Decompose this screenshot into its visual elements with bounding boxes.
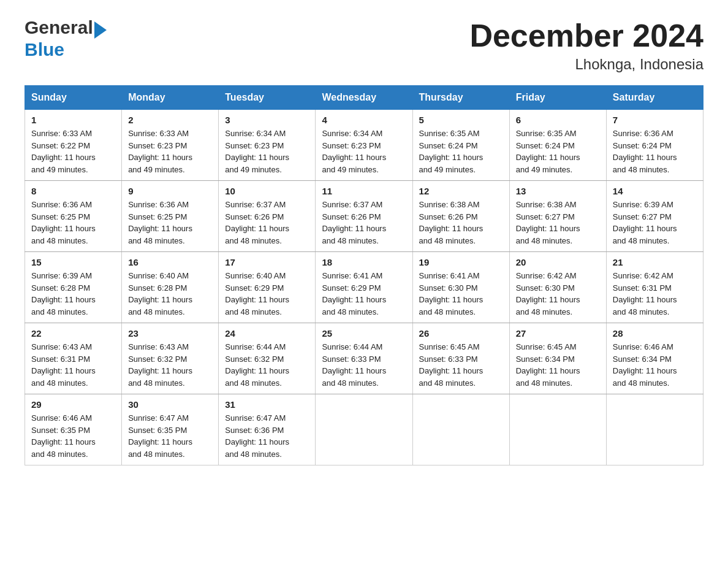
day-number: 18 (322, 257, 406, 267)
day-number: 31 (225, 399, 309, 410)
day-cell: 19Sunrise: 6:41 AMSunset: 6:30 PMDayligh… (412, 252, 509, 323)
day-number: 7 (613, 115, 697, 125)
day-number: 20 (516, 257, 600, 267)
day-cell: 30Sunrise: 6:47 AMSunset: 6:35 PMDayligh… (122, 394, 219, 465)
day-number: 3 (225, 115, 309, 125)
col-thursday: Thursday (412, 86, 509, 110)
day-cell: 11Sunrise: 6:37 AMSunset: 6:26 PMDayligh… (316, 181, 412, 252)
day-number: 16 (128, 257, 212, 267)
day-info: Sunrise: 6:35 AMSunset: 6:24 PMDaylight:… (516, 128, 600, 175)
day-cell (606, 394, 703, 465)
day-cell: 5Sunrise: 6:35 AMSunset: 6:24 PMDaylight… (412, 110, 509, 181)
day-number: 17 (225, 257, 309, 267)
day-number: 19 (419, 257, 503, 267)
day-info: Sunrise: 6:45 AMSunset: 6:34 PMDaylight:… (516, 341, 600, 389)
day-cell: 20Sunrise: 6:42 AMSunset: 6:30 PMDayligh… (509, 252, 606, 323)
col-sunday: Sunday (25, 86, 122, 110)
day-info: Sunrise: 6:47 AMSunset: 6:35 PMDaylight:… (128, 412, 212, 460)
day-cell: 27Sunrise: 6:45 AMSunset: 6:34 PMDayligh… (509, 323, 606, 394)
day-info: Sunrise: 6:36 AMSunset: 6:25 PMDaylight:… (31, 199, 115, 247)
day-info: Sunrise: 6:43 AMSunset: 6:32 PMDaylight:… (128, 341, 212, 389)
day-number: 25 (322, 328, 406, 339)
calendar-table: Sunday Monday Tuesday Wednesday Thursday… (25, 85, 703, 465)
day-info: Sunrise: 6:38 AMSunset: 6:26 PMDaylight:… (419, 199, 503, 247)
day-cell: 9Sunrise: 6:36 AMSunset: 6:25 PMDaylight… (122, 181, 219, 252)
day-info: Sunrise: 6:47 AMSunset: 6:36 PMDaylight:… (225, 412, 309, 460)
day-info: Sunrise: 6:44 AMSunset: 6:32 PMDaylight:… (225, 341, 309, 389)
day-info: Sunrise: 6:35 AMSunset: 6:24 PMDaylight:… (419, 128, 503, 175)
day-info: Sunrise: 6:39 AMSunset: 6:27 PMDaylight:… (613, 199, 697, 247)
day-info: Sunrise: 6:45 AMSunset: 6:33 PMDaylight:… (419, 341, 503, 389)
day-cell: 25Sunrise: 6:44 AMSunset: 6:33 PMDayligh… (316, 323, 412, 394)
day-cell: 10Sunrise: 6:37 AMSunset: 6:26 PMDayligh… (219, 181, 316, 252)
day-number: 4 (322, 115, 406, 125)
day-info: Sunrise: 6:46 AMSunset: 6:35 PMDaylight:… (31, 412, 115, 460)
page-header: General Blue December 2024 Lhoknga, Indo… (25, 18, 703, 73)
day-info: Sunrise: 6:36 AMSunset: 6:25 PMDaylight:… (128, 199, 212, 247)
title-block: December 2024 Lhoknga, Indonesia (469, 18, 703, 73)
day-info: Sunrise: 6:34 AMSunset: 6:23 PMDaylight:… (225, 128, 309, 175)
day-cell: 17Sunrise: 6:40 AMSunset: 6:29 PMDayligh… (219, 252, 316, 323)
day-cell: 15Sunrise: 6:39 AMSunset: 6:28 PMDayligh… (25, 252, 122, 323)
day-info: Sunrise: 6:42 AMSunset: 6:30 PMDaylight:… (516, 270, 600, 318)
day-cell: 23Sunrise: 6:43 AMSunset: 6:32 PMDayligh… (122, 323, 219, 394)
svg-marker-0 (94, 21, 107, 39)
day-cell: 16Sunrise: 6:40 AMSunset: 6:28 PMDayligh… (122, 252, 219, 323)
col-monday: Monday (122, 86, 219, 110)
day-cell: 2Sunrise: 6:33 AMSunset: 6:23 PMDaylight… (122, 110, 219, 181)
week-row-5: 29Sunrise: 6:46 AMSunset: 6:35 PMDayligh… (25, 394, 703, 465)
day-cell: 13Sunrise: 6:38 AMSunset: 6:27 PMDayligh… (509, 181, 606, 252)
day-number: 22 (31, 328, 115, 339)
week-row-3: 15Sunrise: 6:39 AMSunset: 6:28 PMDayligh… (25, 252, 703, 323)
day-info: Sunrise: 6:33 AMSunset: 6:23 PMDaylight:… (128, 128, 212, 175)
day-info: Sunrise: 6:46 AMSunset: 6:34 PMDaylight:… (613, 341, 697, 389)
day-number: 5 (419, 115, 503, 125)
day-info: Sunrise: 6:44 AMSunset: 6:33 PMDaylight:… (322, 341, 406, 389)
day-cell: 24Sunrise: 6:44 AMSunset: 6:32 PMDayligh… (219, 323, 316, 394)
day-number: 26 (419, 328, 503, 339)
day-cell: 28Sunrise: 6:46 AMSunset: 6:34 PMDayligh… (606, 323, 703, 394)
day-cell (509, 394, 606, 465)
day-info: Sunrise: 6:43 AMSunset: 6:31 PMDaylight:… (31, 341, 115, 389)
day-number: 21 (613, 257, 697, 267)
day-number: 27 (516, 328, 600, 339)
day-number: 30 (128, 399, 212, 410)
col-friday: Friday (509, 86, 606, 110)
logo: General Blue (25, 18, 108, 59)
day-info: Sunrise: 6:34 AMSunset: 6:23 PMDaylight:… (322, 128, 406, 175)
day-cell: 3Sunrise: 6:34 AMSunset: 6:23 PMDaylight… (219, 110, 316, 181)
day-number: 11 (322, 186, 406, 196)
logo-general-text: General (25, 17, 93, 37)
week-row-1: 1Sunrise: 6:33 AMSunset: 6:22 PMDaylight… (25, 110, 703, 181)
day-info: Sunrise: 6:40 AMSunset: 6:29 PMDaylight:… (225, 270, 309, 318)
calendar-header-row: Sunday Monday Tuesday Wednesday Thursday… (25, 86, 703, 110)
day-number: 29 (31, 399, 115, 410)
day-number: 28 (613, 328, 697, 339)
day-number: 24 (225, 328, 309, 339)
day-info: Sunrise: 6:36 AMSunset: 6:24 PMDaylight:… (613, 128, 697, 175)
day-info: Sunrise: 6:41 AMSunset: 6:30 PMDaylight:… (419, 270, 503, 318)
day-number: 6 (516, 115, 600, 125)
day-cell: 22Sunrise: 6:43 AMSunset: 6:31 PMDayligh… (25, 323, 122, 394)
day-number: 8 (31, 186, 115, 196)
day-number: 12 (419, 186, 503, 196)
calendar-title: December 2024 (469, 18, 703, 53)
day-cell: 18Sunrise: 6:41 AMSunset: 6:29 PMDayligh… (316, 252, 412, 323)
day-cell: 14Sunrise: 6:39 AMSunset: 6:27 PMDayligh… (606, 181, 703, 252)
day-cell: 8Sunrise: 6:36 AMSunset: 6:25 PMDaylight… (25, 181, 122, 252)
day-info: Sunrise: 6:42 AMSunset: 6:31 PMDaylight:… (613, 270, 697, 318)
week-row-2: 8Sunrise: 6:36 AMSunset: 6:25 PMDaylight… (25, 181, 703, 252)
logo-flag-icon (94, 21, 108, 40)
day-cell: 29Sunrise: 6:46 AMSunset: 6:35 PMDayligh… (25, 394, 122, 465)
logo-blue-text: Blue (25, 39, 64, 59)
calendar-subtitle: Lhoknga, Indonesia (469, 56, 703, 73)
day-cell: 21Sunrise: 6:42 AMSunset: 6:31 PMDayligh… (606, 252, 703, 323)
col-wednesday: Wednesday (316, 86, 412, 110)
day-cell (412, 394, 509, 465)
day-cell: 1Sunrise: 6:33 AMSunset: 6:22 PMDaylight… (25, 110, 122, 181)
day-info: Sunrise: 6:40 AMSunset: 6:28 PMDaylight:… (128, 270, 212, 318)
day-cell: 6Sunrise: 6:35 AMSunset: 6:24 PMDaylight… (509, 110, 606, 181)
day-cell: 26Sunrise: 6:45 AMSunset: 6:33 PMDayligh… (412, 323, 509, 394)
day-number: 10 (225, 186, 309, 196)
day-cell (316, 394, 412, 465)
